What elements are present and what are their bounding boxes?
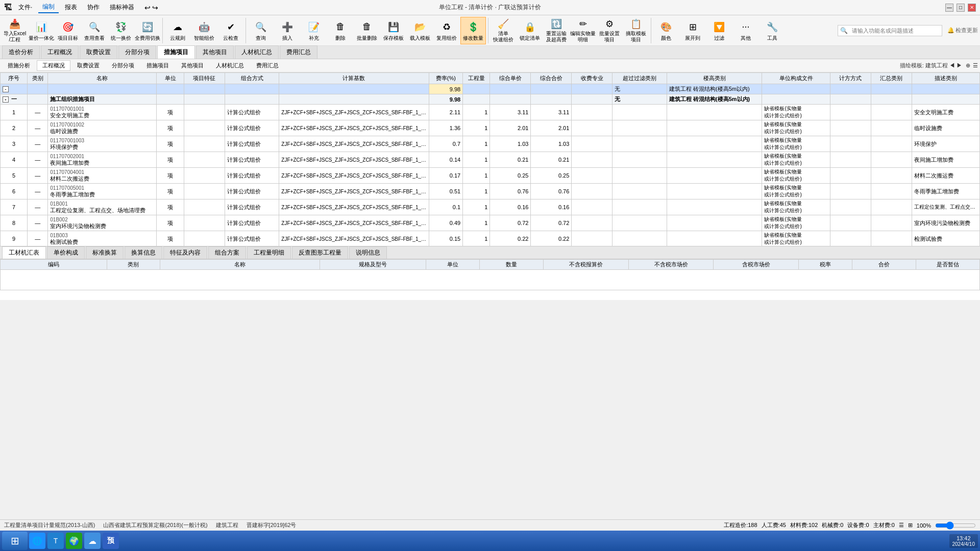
cloud-check-btn[interactable]: ✔ 云检查 xyxy=(218,17,243,44)
lock-list-btn[interactable]: 🔒 锁定清单 xyxy=(517,17,543,44)
view-list-icon[interactable]: ☰ xyxy=(899,522,904,529)
start-button[interactable]: ⊞ xyxy=(2,532,28,550)
sub-tab-5[interactable]: 措施项目 xyxy=(141,60,175,71)
bottom-tab-reverse-qty[interactable]: 反查图形工程量 xyxy=(292,246,348,259)
maximize-btn[interactable]: □ xyxy=(957,4,965,12)
tab-project-overview[interactable]: 工程概况 xyxy=(41,45,79,59)
unified-price-btn[interactable]: 💱 统一换价 xyxy=(108,17,134,44)
check-update-btn[interactable]: 🔔 检查更新 xyxy=(947,27,978,34)
table-row[interactable]: 1 — 011707001001安全文明施工费 项 计算公式组价 ZJF+ZCF… xyxy=(1,105,980,120)
zoom-slider[interactable] xyxy=(935,521,976,530)
titlebar: 🏗 文件· 编制 报表 协作 描标神器 ↩ ↪ 单位工程 - 清单计价 · 广联… xyxy=(0,0,980,15)
pick-template-btn[interactable]: 📋 摘取模板项目 xyxy=(623,17,649,44)
view-grid-icon[interactable]: ⊞ xyxy=(908,522,913,529)
table-row[interactable]: 2 — 011707001002临时设施费 项 计算公式组价 ZJF+ZCF+S… xyxy=(1,120,980,136)
table-row[interactable]: 9 — 01B003检测试验费 项 计算公式组价 ZJF+ZCF+SBF+JSC… xyxy=(1,231,980,246)
filter-btn[interactable]: 🔽 过滤 xyxy=(706,17,732,44)
table-row[interactable]: 3 — 011707001003环境保护费 项 计算公式组价 ZJF+ZCF+S… xyxy=(1,136,980,152)
menu-collab[interactable]: 协作 xyxy=(83,2,104,13)
bottom-tab-labor-material[interactable]: 工材机汇表 xyxy=(2,246,46,259)
reuse-group-btn[interactable]: ♻ 复用组价 xyxy=(434,17,459,44)
tab-fee-settings[interactable]: 取费设置 xyxy=(80,45,117,59)
taskbar-icon-cloud[interactable]: ☁ xyxy=(84,533,101,549)
edit-qty-btn[interactable]: ✏ 编辑实物量明细 xyxy=(570,17,596,44)
tab-fee-summary[interactable]: 费用汇总 xyxy=(280,45,317,59)
bottom-tab-features[interactable]: 特征及内容 xyxy=(163,246,207,259)
expand-btn-toolbar[interactable]: ⊞ 展开到 xyxy=(680,17,705,44)
recalc-btn[interactable]: 🔃 重置运输及超高费 xyxy=(544,17,569,44)
import-excel-btn[interactable]: 📥 导入Excel/工程 xyxy=(2,17,28,44)
taskbar-icon-budget[interactable]: 预 xyxy=(103,533,119,549)
menu-bidding[interactable]: 描标神器 xyxy=(106,2,138,13)
collapse-group-btn[interactable]: - xyxy=(3,96,9,103)
bottom-tab-std-convert[interactable]: 标准换算 xyxy=(86,246,124,259)
color-btn[interactable]: 🎨 颜色 xyxy=(653,17,679,44)
cell-qty xyxy=(463,84,490,94)
supplement-btn[interactable]: 📝 补充 xyxy=(301,17,327,44)
bottom-tab-qty-detail[interactable]: 工程量明细 xyxy=(247,246,291,259)
taskbar-icon-browser[interactable]: 🌐 xyxy=(29,533,45,549)
tab-bill-items[interactable]: 分部分项 xyxy=(118,45,156,59)
taskbar-icon-app1[interactable]: T xyxy=(47,533,64,549)
tool-btn[interactable]: 🔧 工具 xyxy=(760,17,785,44)
redo-btn[interactable]: ↪ xyxy=(152,4,158,12)
table-row[interactable]: 7 — 01B001工程定位复测、工程点交、场地清理费 项 计算公式组价 ZJF… xyxy=(1,199,980,215)
batch-settings-btn[interactable]: ⚙ 批量设置项目 xyxy=(597,17,622,44)
bottom-tab-unit-price[interactable]: 单价构成 xyxy=(47,246,85,259)
table-row[interactable]: - 9.98 无 建筑工程 砖混结构(楼高5m以内) xyxy=(1,84,980,94)
project-goal-btn[interactable]: 🎯 项目目标 xyxy=(55,17,81,44)
table-row[interactable]: 5 — 011707004001材料二次搬运费 项 计算公式组价 ZJF+ZCF… xyxy=(1,168,980,184)
sub-tab-8[interactable]: 费用汇总 xyxy=(251,60,284,71)
close-btn[interactable]: ✕ xyxy=(968,4,976,12)
bottom-tab-group-plan[interactable]: 组合方案 xyxy=(208,246,246,259)
query-btn[interactable]: 🔍 查询 xyxy=(248,17,274,44)
tab-labor-material[interactable]: 人材机汇总 xyxy=(235,45,279,59)
save-template-btn[interactable]: 💾 保存模板 xyxy=(381,17,406,44)
template-menu-btn[interactable]: ☰ xyxy=(973,62,978,68)
col-type: 类别 xyxy=(28,73,48,84)
search-input[interactable] xyxy=(850,28,942,34)
menu-report[interactable]: 报表 xyxy=(61,2,81,13)
status-equipment: 设备费:0 xyxy=(847,521,869,529)
delete-btn[interactable]: 🗑 删除 xyxy=(328,17,353,44)
minimize-btn[interactable]: — xyxy=(945,4,953,12)
bottom-tab-description[interactable]: 说明信息 xyxy=(349,246,387,259)
smart-group-btn[interactable]: 🤖 智能组价 xyxy=(191,17,217,44)
sub-tab-1[interactable]: 措施分析 xyxy=(2,60,36,71)
template-prev-btn[interactable]: ◀ xyxy=(949,62,955,68)
collapse-btn[interactable]: - xyxy=(3,86,9,92)
qty-unit-btn[interactable]: 📊 量价一体化 xyxy=(29,17,54,44)
sub-tab-2[interactable]: 工程概况 xyxy=(37,60,70,71)
batch-delete-btn[interactable]: 🗑 批量删除 xyxy=(354,17,380,44)
view-query-btn[interactable]: 🔍 查用查看 xyxy=(82,17,107,44)
cell-unit: 项 xyxy=(157,136,184,152)
other-btn[interactable]: ··· 其他 xyxy=(733,17,758,44)
sub-tab-6[interactable]: 其他项目 xyxy=(176,60,209,71)
tab-measures[interactable]: 措施项目 xyxy=(157,45,195,59)
cloud-rule-btn[interactable]: ☁ 云规则 xyxy=(165,17,190,44)
sub-tab-3[interactable]: 取费设置 xyxy=(71,60,105,71)
bottom-tab-convert-info[interactable]: 换算信息 xyxy=(125,246,162,259)
cell-rate: 0.7 xyxy=(429,136,463,152)
table-row[interactable]: 4 — 011707002001夜间施工增加费 项 计算公式组价 ZJF+ZCF… xyxy=(1,152,980,168)
table-row[interactable]: - 一 施工组织措施项目 9.98 无 建筑工程 砖混结构(楼高5m以内) xyxy=(1,94,980,105)
import-excel-icon: 📥 xyxy=(8,18,22,30)
tab-other-items[interactable]: 其他项目 xyxy=(196,45,234,59)
table-row[interactable]: 6 — 011707005001冬雨季施工增加费 项 计算公式组价 ZJF+ZC… xyxy=(1,184,980,199)
insert-btn[interactable]: ➕ 插入 xyxy=(275,17,300,44)
full-switch-btn[interactable]: 🔄 全费用切换 xyxy=(135,17,160,44)
modify-price-btn[interactable]: 💲 修改数量 xyxy=(460,17,486,44)
tab-cost-analysis[interactable]: 造价分析 xyxy=(2,45,40,59)
menu-file[interactable]: 文件· xyxy=(14,2,36,13)
sub-tab-4[interactable]: 分部分项 xyxy=(106,60,140,71)
template-add-btn[interactable]: ⊕ xyxy=(966,62,970,68)
template-next-btn[interactable]: ▶ xyxy=(957,62,962,68)
taskbar-icon-app2[interactable]: 🌍 xyxy=(66,533,82,549)
undo-btn[interactable]: ↩ xyxy=(144,4,151,12)
menu-edit[interactable]: 编制 xyxy=(38,2,59,13)
sub-tab-7[interactable]: 人材机汇总 xyxy=(210,60,250,71)
cell-height xyxy=(667,136,762,152)
clear-list-btn[interactable]: 🧹 清单快速组价 xyxy=(491,17,516,44)
table-row[interactable]: 8 — 01B002室内环境污染物检测费 项 计算公式组价 ZJF+ZCF+SB… xyxy=(1,215,980,231)
load-template-btn[interactable]: 📂 载入模板 xyxy=(407,17,433,44)
